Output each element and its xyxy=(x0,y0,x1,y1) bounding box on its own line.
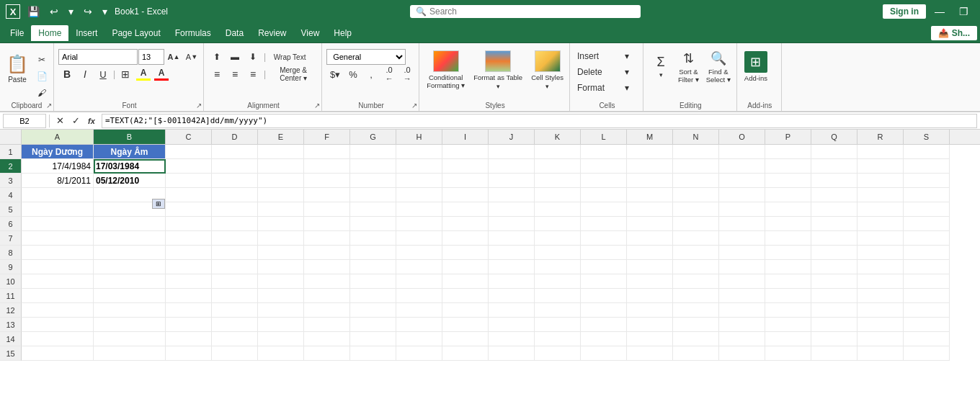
undo-dropdown-button[interactable]: ▾ xyxy=(66,4,76,19)
table-row[interactable] xyxy=(673,246,719,260)
table-row[interactable] xyxy=(258,231,304,246)
table-row[interactable] xyxy=(212,260,258,274)
table-row[interactable] xyxy=(212,274,258,289)
clipboard-dialog-launcher[interactable]: ↗ xyxy=(46,102,52,109)
table-row[interactable] xyxy=(94,260,166,274)
formula-input[interactable] xyxy=(102,114,977,128)
bold-button[interactable]: B xyxy=(58,66,76,82)
table-row[interactable] xyxy=(858,231,904,246)
table-row[interactable] xyxy=(304,303,350,318)
table-row[interactable] xyxy=(258,274,304,289)
table-row[interactable] xyxy=(627,318,673,332)
table-row[interactable] xyxy=(350,174,396,188)
italic-button[interactable]: I xyxy=(76,66,94,82)
decrease-decimal-button[interactable]: .0→ xyxy=(398,66,416,82)
table-row[interactable] xyxy=(765,202,811,217)
table-row[interactable] xyxy=(212,202,258,217)
table-row[interactable] xyxy=(304,145,350,159)
table-row[interactable] xyxy=(719,202,765,217)
table-row[interactable] xyxy=(535,159,581,174)
table-row[interactable] xyxy=(858,188,904,202)
table-row[interactable] xyxy=(858,217,904,231)
table-row[interactable] xyxy=(627,246,673,260)
table-row[interactable] xyxy=(627,289,673,303)
table-row[interactable] xyxy=(673,332,719,346)
increase-font-button[interactable]: A▲ xyxy=(165,49,182,65)
table-row[interactable] xyxy=(719,303,765,318)
table-row[interactable] xyxy=(581,217,627,231)
table-row[interactable] xyxy=(858,274,904,289)
row-number[interactable]: 11 xyxy=(0,289,22,303)
table-row[interactable] xyxy=(904,188,950,202)
table-row[interactable] xyxy=(627,188,673,202)
table-row[interactable] xyxy=(350,188,396,202)
table-row[interactable] xyxy=(858,159,904,174)
table-row[interactable] xyxy=(627,303,673,318)
minimize-button[interactable]: — xyxy=(929,0,950,23)
row-number[interactable]: 4 xyxy=(0,188,22,202)
table-row[interactable] xyxy=(811,159,858,174)
table-row[interactable] xyxy=(350,217,396,231)
table-row[interactable] xyxy=(442,202,489,217)
table-row[interactable] xyxy=(304,318,350,332)
table-row[interactable] xyxy=(673,202,719,217)
table-row[interactable] xyxy=(212,159,258,174)
signin-button[interactable]: Sign in xyxy=(883,4,926,19)
table-row[interactable] xyxy=(350,260,396,274)
table-row[interactable] xyxy=(765,174,811,188)
table-row[interactable] xyxy=(442,188,489,202)
table-row[interactable] xyxy=(673,289,719,303)
table-row[interactable] xyxy=(858,174,904,188)
table-row[interactable] xyxy=(904,274,950,289)
table-row[interactable] xyxy=(304,246,350,260)
table-row[interactable] xyxy=(581,174,627,188)
row-number[interactable]: 1 xyxy=(0,145,22,159)
table-row[interactable] xyxy=(765,231,811,246)
table-row[interactable] xyxy=(858,246,904,260)
table-row[interactable] xyxy=(166,145,212,159)
table-row[interactable] xyxy=(258,260,304,274)
table-row[interactable] xyxy=(396,346,442,361)
table-row[interactable] xyxy=(627,202,673,217)
table-row[interactable] xyxy=(94,332,166,346)
table-row[interactable] xyxy=(765,346,811,361)
table-row[interactable] xyxy=(719,217,765,231)
table-row[interactable] xyxy=(94,217,166,231)
table-row[interactable] xyxy=(22,246,94,260)
align-right-button[interactable]: ≡ xyxy=(244,66,262,82)
table-row[interactable] xyxy=(212,289,258,303)
table-row[interactable] xyxy=(258,246,304,260)
table-row[interactable] xyxy=(350,318,396,332)
table-row[interactable] xyxy=(904,145,950,159)
table-row[interactable] xyxy=(442,260,489,274)
table-row[interactable] xyxy=(258,303,304,318)
sort-filter-button[interactable]: ⇅ Sort &Filter ▾ xyxy=(675,49,702,86)
table-row[interactable] xyxy=(673,274,719,289)
table-row[interactable] xyxy=(22,303,94,318)
table-row[interactable] xyxy=(396,318,442,332)
table-row[interactable] xyxy=(94,303,166,318)
table-row[interactable] xyxy=(396,217,442,231)
increase-decimal-button[interactable]: .0← xyxy=(380,66,398,82)
menu-review[interactable]: Review xyxy=(251,25,293,41)
table-row[interactable] xyxy=(258,145,304,159)
table-row[interactable] xyxy=(166,346,212,361)
table-row[interactable] xyxy=(535,246,581,260)
cancel-formula-button[interactable]: ✕ xyxy=(53,114,67,128)
table-row[interactable] xyxy=(673,188,719,202)
insert-function-button[interactable]: fx xyxy=(84,114,99,128)
table-row[interactable] xyxy=(535,231,581,246)
table-row[interactable] xyxy=(581,318,627,332)
table-row[interactable] xyxy=(811,231,858,246)
row-number[interactable]: 14 xyxy=(0,332,22,346)
comma-button[interactable]: , xyxy=(362,66,380,82)
table-row[interactable] xyxy=(258,202,304,217)
table-row[interactable] xyxy=(166,274,212,289)
table-row[interactable] xyxy=(166,289,212,303)
table-row[interactable] xyxy=(858,346,904,361)
autocomplete-icon[interactable]: ⊞ xyxy=(152,199,165,209)
table-row[interactable] xyxy=(627,145,673,159)
table-row[interactable] xyxy=(673,231,719,246)
table-row[interactable] xyxy=(627,346,673,361)
table-row[interactable] xyxy=(489,346,535,361)
